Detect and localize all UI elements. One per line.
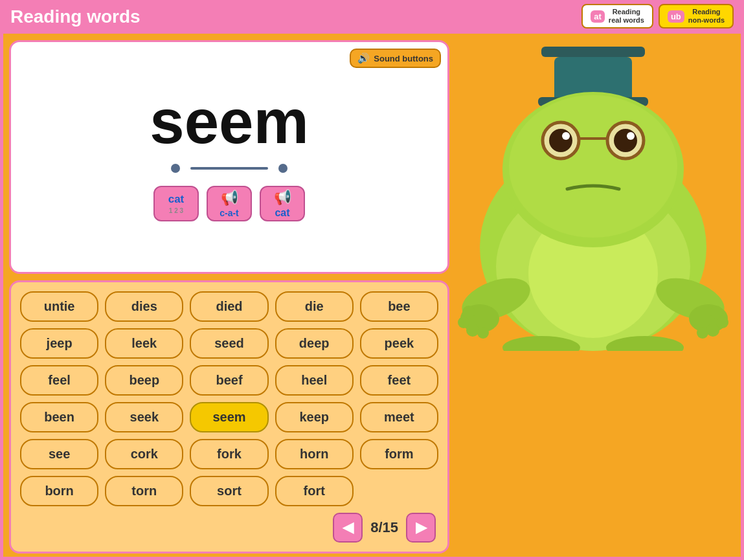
svg-point-22 — [477, 327, 489, 339]
svg-point-25 — [710, 306, 723, 319]
word-button-feel[interactable]: feel — [20, 365, 98, 396]
word-button-peek[interactable]: peek — [360, 328, 438, 359]
svg-point-15 — [562, 132, 570, 140]
frog-container — [457, 40, 735, 351]
ub-icon: ub — [668, 10, 684, 23]
main-word-display: seem — [150, 86, 309, 157]
sound-buttons-label: Sound buttons — [374, 54, 433, 63]
word-button-been[interactable]: been — [20, 402, 98, 432]
navigation-row: ◀ 8/15 ▶ — [20, 513, 438, 543]
svg-point-27 — [706, 324, 719, 337]
btn-inner-split: 📢 c-a-t — [220, 190, 239, 218]
word-button-seek[interactable]: seek — [105, 402, 183, 432]
svg-point-26 — [717, 317, 728, 328]
svg-point-14 — [614, 129, 637, 152]
svg-point-13 — [549, 129, 572, 152]
right-panel — [457, 40, 735, 554]
word-button-keep[interactable]: keep — [275, 402, 354, 432]
word-button-sort[interactable]: sort — [190, 476, 268, 506]
word-button-leek[interactable]: leek — [105, 328, 183, 359]
word-button-fort[interactable]: fort — [275, 476, 354, 506]
word-button-fork[interactable]: fork — [190, 439, 268, 469]
word-button-born[interactable]: born — [20, 476, 98, 506]
word-button-seed[interactable]: seed — [190, 328, 268, 359]
word-button-beep[interactable]: beep — [105, 365, 183, 396]
word-button-bee[interactable]: bee — [360, 291, 438, 322]
split-word-button[interactable]: 📢 c-a-t — [207, 186, 252, 221]
next-button[interactable]: ▶ — [406, 513, 436, 543]
word-button-heel[interactable]: heel — [275, 365, 354, 396]
word-grid: untiediesdieddiebeejeepleekseeddeeppeekf… — [20, 291, 438, 506]
sound-buttons-toggle[interactable]: 🔊 Sound buttons — [350, 49, 441, 68]
word-button-died[interactable]: died — [190, 291, 268, 322]
real-words-button[interactable]: at Readingreal words — [581, 4, 653, 28]
word-button-torn[interactable]: torn — [105, 476, 183, 506]
word-button-beef[interactable]: beef — [190, 365, 268, 396]
svg-rect-0 — [541, 47, 645, 57]
svg-point-7 — [509, 95, 677, 238]
word-button-horn[interactable]: horn — [275, 439, 354, 469]
word-button-form[interactable]: form — [360, 439, 438, 469]
word-button-feet[interactable]: feet — [360, 365, 438, 396]
mode-buttons: at Readingreal words ub Readingnon-words — [581, 4, 734, 28]
word-button-die[interactable]: die — [275, 291, 354, 322]
word-grid-container: untiediesdieddiebeejeepleekseeddeeppeekf… — [9, 280, 449, 554]
frog-illustration — [457, 40, 729, 351]
word-button-meet[interactable]: meet — [360, 402, 438, 432]
btn-inner-whole: 📢 cat — [274, 189, 291, 219]
word-dash — [190, 167, 268, 170]
word-button-deep[interactable]: deep — [275, 328, 354, 359]
btn-inner-numbered: cat 1 2 3 — [168, 193, 185, 214]
dot-left — [171, 164, 180, 173]
numbered-syllables-button[interactable]: cat 1 2 3 — [153, 186, 199, 221]
word-button-see[interactable]: see — [20, 439, 98, 469]
word-button-untie[interactable]: untie — [20, 291, 98, 322]
nav-counter: 8/15 — [370, 519, 398, 536]
svg-point-16 — [627, 132, 635, 140]
non-words-button[interactable]: ub Readingnon-words — [659, 4, 734, 28]
word-button-dies[interactable]: dies — [105, 291, 183, 322]
at-icon: at — [591, 10, 605, 23]
sound-btn-icon: 🔊 — [357, 52, 370, 64]
page-title: Reading words — [10, 6, 141, 27]
non-words-label: Readingnon-words — [688, 8, 725, 25]
previous-button[interactable]: ◀ — [333, 513, 363, 543]
svg-point-21 — [466, 324, 479, 337]
word-button-seem[interactable]: seem — [190, 402, 268, 432]
word-card: 🔊 Sound buttons seem cat 1 2 3 — [9, 40, 449, 274]
real-words-label: Readingreal words — [609, 8, 644, 25]
top-bar: Reading words at Readingreal words ub Re… — [0, 0, 744, 34]
word-button-jeep[interactable]: jeep — [20, 328, 98, 359]
svg-point-28 — [697, 327, 708, 339]
word-button-cork[interactable]: cork — [105, 439, 183, 469]
svg-point-19 — [462, 306, 475, 319]
word-dots-row — [171, 164, 287, 173]
whole-word-button[interactable]: 📢 cat — [260, 186, 305, 221]
action-buttons: cat 1 2 3 📢 c-a-t 📢 cat — [153, 186, 305, 221]
left-panel: 🔊 Sound buttons seem cat 1 2 3 — [9, 40, 449, 554]
dot-right — [278, 164, 287, 173]
main-area: 🔊 Sound buttons seem cat 1 2 3 — [0, 34, 744, 560]
